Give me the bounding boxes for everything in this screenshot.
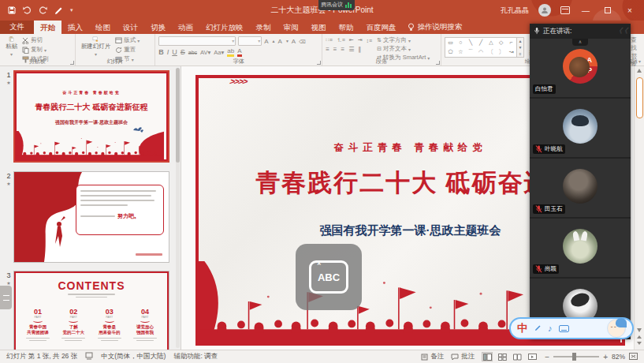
language-indicator[interactable]: 中文(简体，中国大陆) (101, 352, 166, 361)
align-right-button[interactable]: ≡ (341, 46, 345, 53)
tab-draw[interactable]: 绘图 (89, 21, 117, 34)
participant-tile[interactable]: ∧ A P 白怡君 (530, 39, 631, 97)
clear-formatting-button[interactable]: A⌫ (292, 38, 306, 45)
line-spacing-button[interactable]: ↕≡ (367, 38, 373, 43)
ime-pen-icon[interactable] (534, 324, 542, 334)
paste-button[interactable]: 粘贴▾ (3, 36, 20, 58)
align-left-button[interactable]: ≡ (326, 46, 329, 53)
outdent-button[interactable]: ⇤ (349, 37, 354, 43)
previous-slide-icon[interactable] (637, 335, 642, 339)
reset-button[interactable]: 重置 (115, 46, 140, 54)
next-slide-icon[interactable] (637, 342, 642, 345)
qat-dropdown-icon[interactable]: ▾ (70, 7, 73, 13)
tab-record[interactable]: 录制 (250, 21, 277, 34)
restore-button[interactable] (601, 6, 614, 15)
slide-sorter-view-button[interactable] (497, 352, 508, 361)
columns-button[interactable]: ∥ (358, 46, 361, 53)
numbering-button[interactable]: ⒈≡ (337, 36, 345, 44)
thumbnail-scrollbar[interactable] (176, 68, 180, 348)
new-slide-button[interactable]: 新建幻灯片▾ (79, 36, 114, 58)
tab-baidu-netdisk[interactable]: 百度网盘 (360, 21, 403, 34)
align-center-button[interactable]: ≡ (333, 46, 337, 53)
ribbon-display-options-icon[interactable] (560, 6, 570, 14)
participant-tile[interactable]: 田玉石 (530, 159, 631, 217)
tab-animations[interactable]: 动画 (172, 21, 199, 34)
font-dialog-launcher-icon[interactable] (317, 61, 321, 65)
tab-slideshow[interactable]: 幻灯片放映 (199, 21, 250, 34)
tab-insert[interactable]: 插入 (61, 21, 89, 34)
redo-icon[interactable] (39, 6, 47, 14)
spellcheck-icon[interactable] (85, 352, 93, 361)
close-button[interactable]: × (624, 6, 636, 15)
save-icon[interactable] (8, 6, 16, 14)
italic-button[interactable]: I (167, 48, 169, 56)
font-color-button[interactable]: A (237, 47, 241, 57)
ime-toolbar[interactable]: 中 ♪ (509, 317, 634, 339)
zoom-out-button[interactable]: − (545, 353, 549, 361)
strikethrough-button[interactable]: S (181, 48, 185, 56)
tab-design[interactable]: 设计 (117, 21, 144, 34)
slideshow-view-button[interactable] (527, 352, 538, 361)
minimize-button[interactable]: — (579, 6, 592, 15)
tab-help[interactable]: 帮助 (333, 21, 360, 34)
ime-keyboard-icon[interactable] (559, 325, 569, 332)
grow-font-button[interactable]: A▲ (264, 38, 275, 45)
scrollbar-thumb[interactable] (636, 77, 643, 118)
slide-thumbnail-1[interactable]: 奋斗正青春 青春献给党 青春践行二十大 砥砺奋进新征程 强国有我开学第一课·思政… (13, 70, 169, 163)
zoom-percent[interactable]: 82% (612, 353, 625, 361)
tell-me-search[interactable]: 操作说明搜索 (408, 21, 463, 34)
tencent-meeting-panel[interactable]: 正在讲话: 《《 ∧ A P 白怡君 叶晓航 田玉石 尚颖 总明宝 (530, 24, 631, 339)
ime-skin-sticker[interactable] (607, 319, 626, 338)
paragraph-dialog-launcher-icon[interactable] (436, 61, 440, 65)
font-name-select[interactable] (158, 36, 236, 46)
tab-review[interactable]: 审阅 (277, 21, 305, 34)
text-direction-button[interactable]: ⇅文字方向▾ (377, 36, 430, 44)
shapes-gallery-scroll[interactable]: ▲▼≡ (517, 37, 524, 58)
copy-button[interactable]: 复制▾ (22, 46, 49, 54)
justify-button[interactable]: ☰ (348, 46, 354, 53)
pen-icon[interactable] (54, 6, 63, 15)
participant-tile[interactable]: 尚颖 (530, 219, 631, 277)
collapse-notch-icon[interactable]: ∧ (572, 39, 588, 46)
meeting-mini-chip[interactable]: 腾讯会议 (318, 0, 355, 10)
tab-file[interactable]: 文件 (0, 21, 34, 34)
tab-transitions[interactable]: 切换 (144, 21, 172, 34)
panel-collapse-handle[interactable] (0, 286, 12, 309)
bold-button[interactable]: B (158, 48, 164, 56)
shrink-font-button[interactable]: A▼ (278, 38, 289, 45)
scroll-up-icon[interactable] (637, 69, 642, 73)
normal-view-button[interactable] (482, 352, 493, 361)
clipboard-dialog-launcher-icon[interactable] (70, 61, 74, 65)
undo-icon[interactable] (23, 6, 32, 14)
layout-button[interactable]: 版式▾ (115, 36, 140, 44)
vertical-scrollbar[interactable] (634, 66, 644, 350)
notes-button[interactable]: 备注 (421, 352, 444, 361)
cut-button[interactable]: 剪切 (22, 36, 49, 44)
slide-thumbnail-3[interactable]: CONTENTS 01 PART 青春中国 共青团团课 02 PART 了解 (13, 271, 169, 350)
slide-thumbnail-2[interactable]: 努力吧。 (13, 171, 169, 263)
tab-view[interactable]: 视图 (305, 21, 333, 34)
align-text-button[interactable]: ⊟对齐文本▾ (377, 45, 430, 53)
zoom-in-button[interactable]: + (603, 353, 608, 361)
zoom-slider[interactable] (553, 356, 599, 357)
change-case-button[interactable]: Aa▾ (214, 49, 224, 56)
tab-home[interactable]: 开始 (34, 21, 61, 34)
zoom-slider-thumb[interactable] (572, 353, 576, 361)
ime-sound-icon[interactable]: ♪ (548, 324, 553, 333)
font-size-select[interactable] (238, 36, 262, 46)
shapes-gallery[interactable]: ▭○╲╱△◇⌐ ⬠☆⌒◠〔〕↝ (445, 37, 517, 58)
reading-view-button[interactable] (512, 352, 523, 361)
ime-language-mode[interactable]: 中 (517, 321, 527, 335)
indent-button[interactable]: ⇥ (358, 37, 363, 43)
accessibility-status[interactable]: 辅助功能: 调查 (173, 352, 218, 361)
fit-to-window-icon[interactable] (629, 353, 638, 361)
bullets-button[interactable]: ∷≡ (326, 37, 333, 43)
underline-button[interactable]: U (172, 48, 177, 56)
account-name[interactable]: 孔孔晶晶 (501, 6, 529, 16)
scroll-down-icon[interactable] (637, 328, 642, 332)
participant-tile[interactable]: 叶晓航 (530, 99, 631, 157)
account-avatar-icon[interactable] (538, 4, 551, 17)
comments-button[interactable]: 批注 (451, 352, 475, 361)
character-spacing-button[interactable]: AV▾ (200, 49, 210, 56)
text-highlight-button[interactable]: ab (227, 47, 234, 57)
